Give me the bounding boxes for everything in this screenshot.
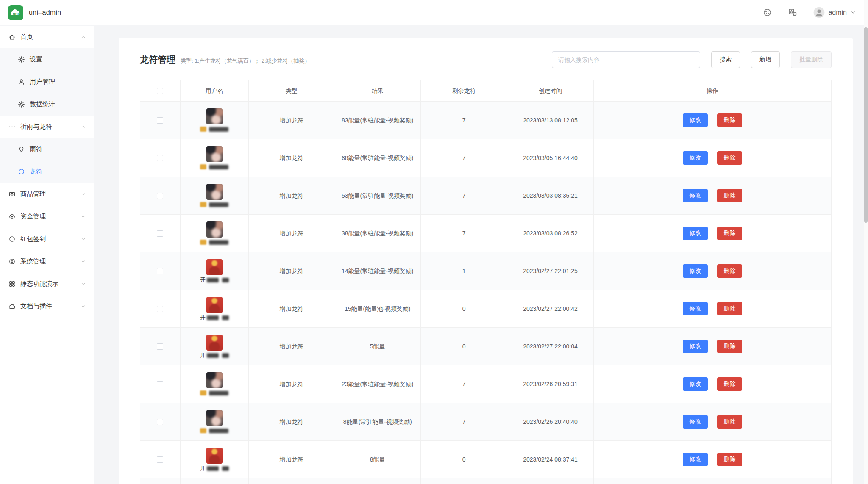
sidebar-item[interactable]: 首页 — [0, 26, 94, 48]
edit-button[interactable]: 修改 — [683, 151, 708, 165]
cell-result: 14能量(常驻能量-视频奖励) — [334, 252, 421, 290]
row-checkbox[interactable] — [157, 117, 163, 124]
row-checkbox[interactable] — [157, 268, 163, 274]
row-checkbox[interactable] — [157, 456, 163, 463]
delete-button[interactable]: 删除 — [717, 453, 742, 466]
table-row: 开 增加龙符 5能量 0 2023/02/27 22:00:04 — [140, 328, 832, 365]
sidebar-item-chevron-icon — [81, 259, 86, 264]
sidebar-item[interactable]: 系统管理 — [0, 250, 94, 273]
sidebar-item[interactable]: 用户管理 — [0, 71, 94, 93]
username-blur — [207, 315, 219, 320]
edit-button[interactable]: 修改 — [683, 453, 708, 466]
delete-button[interactable]: 删除 — [717, 227, 742, 240]
cell-select — [140, 177, 181, 215]
username-blur — [209, 165, 228, 169]
delete-button[interactable]: 删除 — [717, 189, 742, 202]
user-cell: 开 — [184, 335, 245, 359]
row-checkbox[interactable] — [157, 343, 163, 350]
batch-delete-button[interactable]: 批量删除 — [791, 51, 832, 68]
cell-remaining: 0 — [421, 478, 507, 484]
row-checkbox[interactable] — [157, 155, 163, 161]
cell-select — [140, 139, 181, 177]
row-checkbox[interactable] — [157, 419, 163, 425]
translate-icon[interactable] — [788, 8, 797, 17]
add-button[interactable]: 新增 — [751, 51, 780, 68]
edit-button[interactable]: 修改 — [683, 415, 708, 429]
cell-username — [180, 177, 248, 215]
cell-created: 2023/02/27 22:01:25 — [507, 252, 594, 290]
username-redacted — [200, 126, 228, 133]
edit-button[interactable]: 修改 — [683, 264, 708, 278]
delete-button[interactable]: 删除 — [717, 377, 742, 391]
delete-button[interactable]: 删除 — [717, 302, 742, 315]
delete-button[interactable]: 删除 — [717, 415, 742, 429]
sidebar-item[interactable]: 数据统计 — [0, 93, 94, 116]
edit-button[interactable]: 修改 — [683, 113, 708, 127]
delete-button[interactable]: 删除 — [717, 113, 742, 127]
delete-button[interactable]: 删除 — [717, 340, 742, 353]
sidebar-item[interactable]: 静态功能演示 — [0, 273, 94, 295]
sidebar-item-icon — [18, 56, 25, 63]
cell-username: 开 — [180, 478, 248, 484]
sidebar-item[interactable]: 红包签到 — [0, 228, 94, 250]
sidebar-item-chevron-icon — [81, 191, 86, 197]
row-checkbox[interactable] — [157, 381, 163, 387]
sidebar-item-label: 商品管理 — [20, 190, 81, 198]
cell-select — [140, 365, 181, 403]
cell-actions: 修改 删除 — [593, 177, 831, 215]
user-cell: 开 — [184, 297, 245, 321]
cell-remaining: 0 — [421, 290, 507, 328]
sidebar-item-chevron-icon — [81, 102, 86, 107]
delete-button[interactable]: 删除 — [717, 151, 742, 165]
row-checkbox[interactable] — [157, 193, 163, 199]
edit-button[interactable]: 修改 — [683, 189, 708, 202]
cell-actions: 修改 删除 — [593, 478, 831, 484]
username-blur-2 — [222, 278, 229, 282]
select-all-checkbox[interactable] — [157, 88, 163, 94]
cell-result: 5能量 — [334, 478, 421, 484]
sidebar-item[interactable]: 设置 — [0, 48, 94, 71]
cell-result: 53能量(常驻能量-视频奖励) — [334, 177, 421, 215]
sidebar-item[interactable]: 龙符 — [0, 160, 94, 183]
sidebar: 首页 设置 用户管理 数据统计 祈雨与龙 — [0, 26, 94, 484]
palette-icon[interactable] — [762, 8, 772, 17]
sidebar-item[interactable]: 雨符 — [0, 138, 94, 160]
user-menu[interactable]: admin — [813, 7, 856, 18]
sidebar-item-icon — [18, 146, 25, 153]
row-checkbox[interactable] — [157, 306, 163, 312]
username-redacted: 开 — [200, 277, 229, 283]
sidebar-item[interactable]: 资金管理 — [0, 205, 94, 228]
edit-button[interactable]: 修改 — [683, 340, 708, 353]
username-blur — [207, 353, 219, 358]
cell-created: 2023/02/27 22:00:42 — [507, 290, 594, 328]
sidebar-item[interactable]: 文档与插件 — [0, 295, 94, 318]
row-checkbox[interactable] — [157, 230, 163, 237]
cell-type: 增加龙符 — [249, 139, 334, 177]
username-blur-2 — [222, 353, 229, 358]
col-actions: 操作 — [593, 80, 831, 102]
table-row: 开 增加龙符 5能量 0 2023/02/24 08:07:48 — [140, 478, 832, 484]
cell-type: 增加龙符 — [249, 365, 334, 403]
cell-username — [180, 365, 248, 403]
sidebar-item[interactable]: 祈雨与龙符 — [0, 116, 94, 138]
cell-username: 开 — [180, 328, 248, 365]
edit-button[interactable]: 修改 — [683, 302, 708, 315]
table-row: 开 增加龙符 14能量(常驻能量-视频奖励) 1 2023/02/27 22:0… — [140, 252, 832, 290]
cell-actions: 修改 删除 — [593, 290, 831, 328]
search-input[interactable] — [552, 51, 700, 68]
sidebar-item-label: 用户管理 — [30, 78, 81, 86]
delete-button[interactable]: 删除 — [717, 264, 742, 278]
search-button[interactable]: 搜索 — [711, 51, 740, 68]
edit-button[interactable]: 修改 — [683, 377, 708, 391]
main-content: 龙符管理 类型: 1:产生龙符（龙气满百）； 2:减少龙符（抽奖） 搜索 新增 … — [95, 26, 868, 484]
edit-button[interactable]: 修改 — [683, 227, 708, 240]
cell-result: 15能量(能量池-视频奖励) — [334, 290, 421, 328]
app-root: uni uni–admin admin 首页 — [0, 0, 868, 484]
sidebar-item-chevron-icon — [81, 214, 86, 219]
username-redacted: 开 — [200, 465, 229, 472]
page-scrollbar-thumb[interactable] — [864, 27, 868, 223]
sidebar-item[interactable]: 商品管理 — [0, 183, 94, 205]
cell-select — [140, 478, 181, 484]
sidebar-item-icon — [8, 235, 16, 243]
user-cell — [184, 221, 245, 246]
